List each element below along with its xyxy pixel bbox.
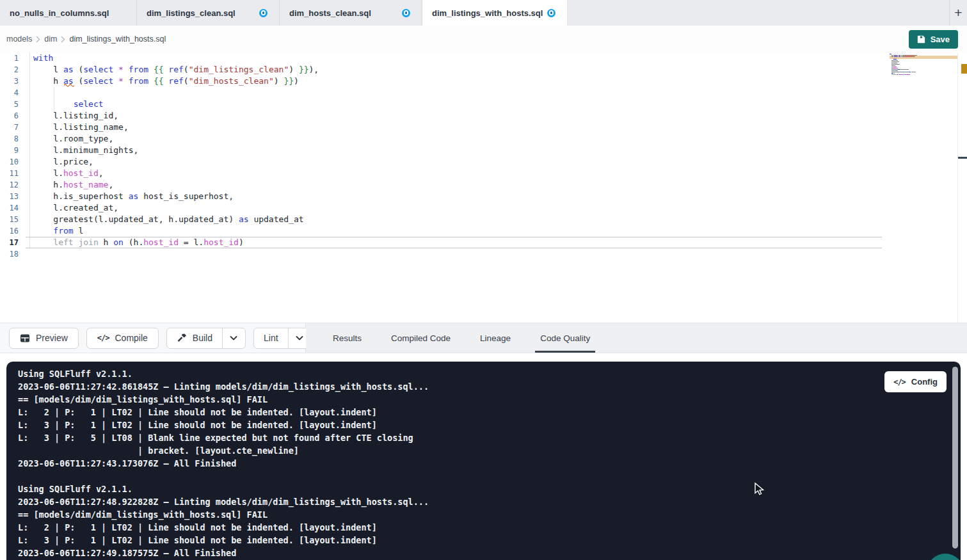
minimap-token [891,64,900,65]
code-editor[interactable]: 123456789101112131415161718 with l as (s… [0,52,967,323]
minimap-token [891,70,898,71]
action-buttons-group: Preview</>CompileBuildLint [0,323,306,353]
breadcrumb-bar: modelsdimdim_listings_with_hosts.sql Sav… [0,26,967,52]
line-number: 3 [0,76,26,87]
tab-code-quality[interactable]: Code Quality [540,323,590,353]
config-button[interactable]: </> Config [884,371,947,392]
minimap-token [916,55,917,56]
code-line: h as (select * from {{ ref("dim_hosts_cl… [33,76,319,87]
minimap-line [890,68,920,68]
preview-button[interactable]: Preview [9,328,79,349]
line-number: 10 [0,156,26,168]
code-line [33,87,319,99]
overview-ruler-warning-marker [961,64,967,74]
tab-label: no_nulls_in_columns.sql [10,8,109,18]
minimap-token [891,61,899,62]
tab-lineage[interactable]: Lineage [480,323,511,353]
minimap-line [890,64,920,65]
line-number: 18 [0,248,26,260]
modified-dot-core [550,12,553,14]
editor-tab-2[interactable]: dim_listings_clean.sql [137,0,280,26]
build-button[interactable]: Build [167,328,222,348]
minimap[interactable] [890,54,920,77]
indent-guide [29,52,30,248]
minimap-token [909,74,910,75]
tab-label: dim_hosts_clean.sql [289,8,371,18]
modified-indicator-icon [547,9,555,17]
line-number: 8 [0,133,26,145]
line-number: 17 [0,237,26,248]
line-number: 11 [0,168,26,179]
modified-dot-ring [261,10,266,15]
code-line: l.minimum_nights, [33,145,319,156]
tab-compiled-code[interactable]: Compiled Code [391,323,451,353]
modified-dot-ring [549,10,554,15]
tab-label: dim_listings_clean.sql [147,8,236,18]
minimap-token [915,56,915,57]
build-label: Build [193,333,212,343]
editor-tab-3[interactable]: dim_hosts_clean.sql [280,0,422,26]
save-button[interactable]: Save [909,30,958,49]
modified-dot-core [262,12,265,14]
chevron-down-icon [230,336,237,340]
minimap-token [891,72,909,72]
minimap-token [891,65,895,66]
table-icon [20,333,30,343]
new-tab-button[interactable]: + [949,0,967,26]
tab-results[interactable]: Results [333,323,362,353]
minimap-line [890,61,920,62]
breadcrumb-item[interactable]: dim_listings_with_hosts.sql [69,35,166,44]
lint-split-button: Lint [253,328,312,349]
code-line: with [33,52,319,64]
lint-button[interactable]: Lint [254,328,288,348]
code-line: l.created_at, [33,202,319,214]
line-number: 4 [0,87,26,99]
minimap-token [911,72,916,72]
code-line: select [33,99,319,110]
code-line: h.is_superhost as host_is_superhost, [33,191,319,202]
minimap-token [893,59,897,60]
minimap-line [890,63,920,63]
overview-ruler [957,52,958,323]
code-line: l as (select * from {{ ref("dim_listings… [33,64,319,76]
line-number-gutter: 123456789101112131415161718 [0,52,26,260]
breadcrumb-item[interactable]: models [6,35,32,44]
modified-dot-core [405,12,408,14]
minimap-line [890,65,920,66]
breadcrumb-item[interactable]: dim [44,35,57,44]
code-line: greatest(l.updated_at, h.updated_at) as … [33,214,319,225]
code-line: l.room_type, [33,133,319,145]
code-line: l.listing_id, [33,110,319,122]
code-line [33,248,319,260]
line-number: 12 [0,179,26,191]
minimap-line [890,67,920,67]
line-number: 16 [0,225,26,237]
minimap-token [891,69,899,70]
terminal-scrollbar[interactable] [952,367,958,548]
lint-label: Lint [264,333,278,343]
result-tabs-group: ResultsCompiled CodeLineageCode Quality [306,323,967,353]
compile-button[interactable]: </>Compile [86,328,159,349]
minimap-token [897,68,898,68]
file-tab-bar: no_nulls_in_columns.sqldim_listings_clea… [0,0,967,26]
modified-indicator-icon [259,9,268,17]
minimap-token [893,68,897,68]
tab-label: dim_listings_with_hosts.sql [432,8,543,18]
editor-tab-4[interactable]: dim_listings_with_hosts.sql [422,0,568,26]
minimap-token [890,54,891,54]
editor-tab-1[interactable]: no_nulls_in_columns.sql [0,0,137,26]
build-dropdown-button[interactable] [222,328,245,348]
minimap-line [890,73,920,74]
hammer-icon [177,333,187,343]
code-content[interactable]: with l as (select * from {{ ref("dim_lis… [33,52,319,260]
line-number: 1 [0,52,26,64]
minimap-line [890,70,920,71]
line-number: 14 [0,202,26,214]
save-label: Save [931,35,950,44]
compile-label: Compile [115,333,147,343]
lint-squiggle-icon [64,83,74,87]
minimap-line [890,59,920,60]
minimap-token [891,60,898,61]
overview-ruler-cursor-marker [958,157,967,159]
build-split-button: Build [166,328,246,349]
